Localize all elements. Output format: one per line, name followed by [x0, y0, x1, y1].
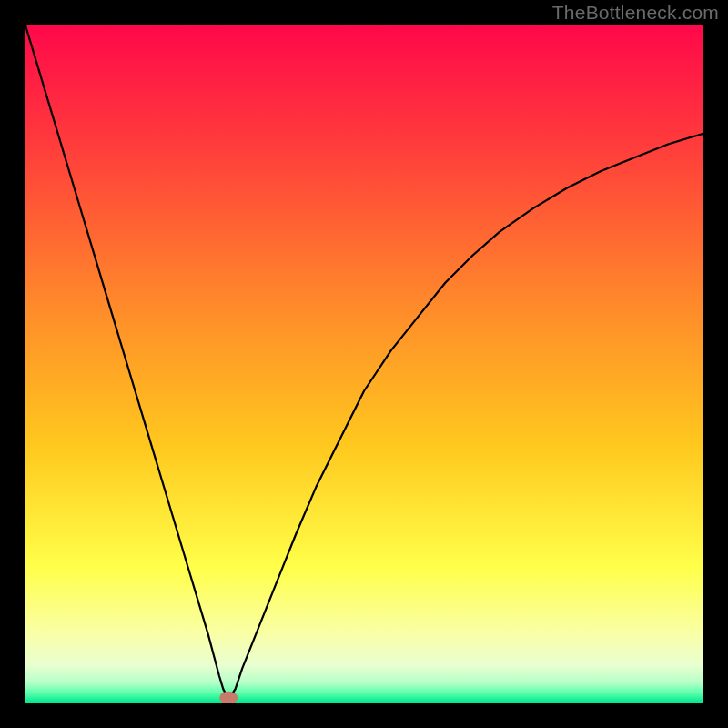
watermark-text: TheBottleneck.com — [552, 2, 719, 24]
plot-area — [25, 25, 703, 703]
chart-svg — [25, 25, 703, 703]
chart-frame: TheBottleneck.com — [0, 0, 728, 728]
